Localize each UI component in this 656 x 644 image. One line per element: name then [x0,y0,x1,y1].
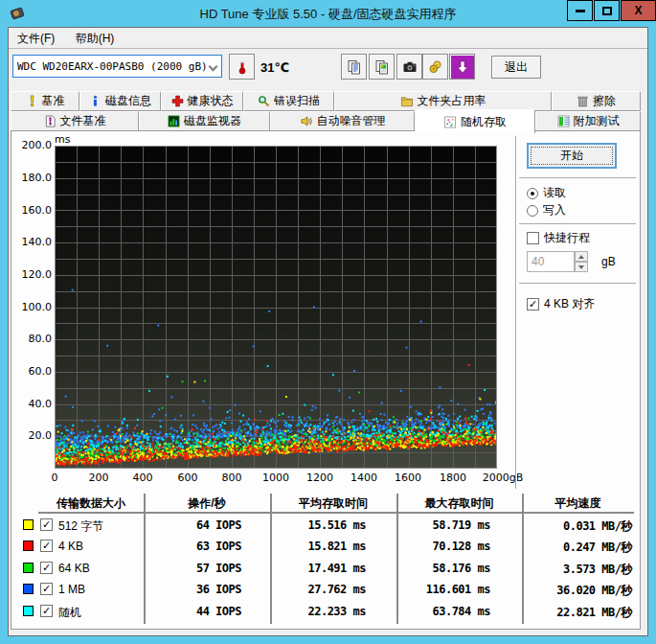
series-checkbox[interactable]: ✓ [40,518,53,531]
close-button[interactable]: X [621,0,656,21]
tab-disk-info-label: 磁盘信息 [105,93,151,109]
series-label: 随机 [58,605,81,621]
x-tick: 2000gB [474,472,532,484]
copy-text-icon [347,59,362,75]
spin-up-button[interactable] [575,251,588,262]
speed-value: 3.573 MB/秒 [496,562,632,578]
temperature-value: 31℃ [260,60,289,75]
drive-select-value: WDC WD20EARX-00PASB0 (2000 gB) [17,60,208,73]
tab-benchmark[interactable]: 基准 [11,91,79,111]
y-tick: 200.0 [13,139,52,151]
y-tick: 40.0 [13,398,52,410]
tab-health[interactable]: 健康状态 [161,91,243,111]
speed-value: 0.031 MB/秒 [496,518,632,535]
folder-icon [400,95,414,107]
tab-disk-monitor[interactable]: 磁盘监视器 [139,111,270,131]
align-checkbox[interactable]: ✓ 4 KB 对齐 [527,296,595,312]
update-download-icon [455,59,470,75]
tab-disk-info[interactable]: 磁盘信息 [79,91,161,111]
y-tick: 160.0 [13,204,52,217]
menubar: 文件(F) 帮助(H) [9,28,647,49]
table-row-512b: ✓ 512 字节 64 IOPS 15.516 ms 58.719 ms 0.0… [11,518,642,535]
tab-error-scan[interactable]: 错误扫描 [243,91,334,111]
max-value: 58.719 ms [373,518,490,532]
tab-extra-tests-label: 附加测试 [574,113,620,129]
speed-value: 22.821 MB/秒 [496,605,632,621]
extra-tests-icon [557,115,570,127]
write-radio[interactable]: 写入 [527,202,566,218]
speed-value: 0.247 MB/秒 [496,540,632,556]
radio-icon [527,205,538,217]
spin-down-button[interactable] [575,262,588,272]
screenshot-button[interactable] [396,54,422,80]
capacity-input[interactable]: 40 [527,251,575,272]
coins-button[interactable] [422,54,448,80]
minimize-icon [576,10,585,12]
series-checkbox[interactable]: ✓ [40,583,53,595]
avg-value: 27.762 ms [249,583,366,596]
read-radio[interactable]: 读取 [527,185,566,201]
write-label: 写入 [543,202,566,218]
short-stroke-checkbox[interactable]: 快捷行程 [527,230,590,246]
x-tick: 1800 [424,472,482,484]
checkbox-unchecked-icon [527,232,539,244]
read-label: 读取 [543,185,566,201]
max-value: 116.601 ms [373,583,490,596]
avg-value: 15.821 ms [249,540,366,553]
menu-help[interactable]: 帮助(H) [67,28,124,50]
panel-divider [515,136,516,489]
magnifier-icon [258,95,270,107]
series-checkbox[interactable]: ✓ [40,605,53,617]
tab-extra-tests[interactable]: 附加测试 [535,111,641,131]
table-row-4kb: ✓ 4 KB 63 IOPS 15.821 ms 70.128 ms 0.247… [11,539,642,556]
tab-folder-usage[interactable]: 文件夹占用率 [334,91,552,111]
tab-erase[interactable]: 擦除 [552,91,641,111]
tab-erase-label: 擦除 [593,93,616,109]
max-value: 70.128 ms [373,540,490,553]
camera-icon [402,59,418,75]
col-header-iops: 操作/秒 [144,495,270,511]
speed-value: 36.020 MB/秒 [496,583,632,599]
series-label: 4 KB [58,540,83,553]
y-tick: 60.0 [13,365,52,378]
copy-image-button[interactable] [369,54,395,80]
drive-select[interactable]: WDC WD20EARX-00PASB0 (2000 gB) [12,55,222,78]
align-label: 4 KB 对齐 [544,296,595,312]
y-tick: 180.0 [13,172,52,184]
col-header-max: 最大存取时间 [396,495,522,511]
tab-file-benchmark[interactable]: 文件基准 [11,111,139,131]
minimize-button[interactable] [567,0,593,21]
update-button[interactable] [449,54,475,80]
start-button[interactable]: 开始 [527,143,617,169]
series-color-swatch [23,540,34,551]
exit-button[interactable]: 退出 [491,56,541,79]
iops-value: 64 IOPS [134,518,241,532]
short-stroke-label: 快捷行程 [544,230,590,246]
tab-aam[interactable]: 自动噪音管理 [270,111,415,131]
tab-random-access-label: 随机存取 [461,114,507,130]
series-checkbox[interactable]: ✓ [40,540,53,552]
y-tick: 20.0 [13,429,52,442]
col-header-avg: 平均存取时间 [270,495,396,511]
tab-random-access[interactable]: 随机存取 [415,109,535,133]
coins-icon [428,59,443,75]
temperature-button[interactable] [229,54,255,80]
tab-benchmark-label: 基准 [42,93,65,109]
series-label: 64 KB [58,562,90,575]
table-row-random: ✓ 随机 44 IOPS 22.233 ms 63.784 ms 22.821 … [11,604,642,621]
series-checkbox[interactable]: ✓ [40,562,53,574]
series-label: 1 MB [58,583,85,596]
avg-value: 17.491 ms [249,562,366,575]
copy-text-button[interactable] [341,54,367,80]
menu-file[interactable]: 文件(F) [9,28,63,50]
chevron-down-icon [209,62,218,72]
tab-disk-monitor-label: 磁盘监视器 [184,113,241,129]
tab-file-benchmark-label: 文件基准 [60,113,106,129]
hdtune-window: HD Tune 专业版 5.50 - 硬盘/固态硬盘实用程序 X 文件(F) 帮… [0,0,656,644]
maximize-button[interactable] [594,0,620,21]
iops-value: 44 IOPS [134,605,241,618]
random-access-icon [443,116,457,128]
window-title: HD Tune 专业版 5.50 - 硬盘/固态硬盘实用程序 [0,6,656,23]
separator [519,177,636,178]
checkbox-checked-icon: ✓ [527,298,539,310]
